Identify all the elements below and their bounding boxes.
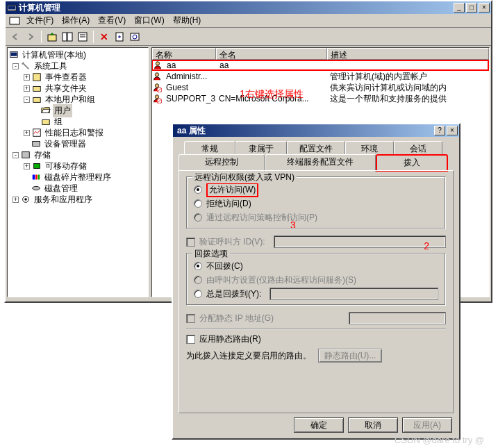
user-icon: [152, 72, 162, 81]
removable-icon: [32, 161, 42, 171]
staticip-input: [349, 312, 446, 324]
svg-rect-13: [11, 53, 17, 56]
radio-always-label: 总是回拨到(Y):: [206, 288, 261, 300]
eventviewer-icon: [32, 72, 42, 82]
divider: [186, 328, 446, 329]
users-icon: [32, 94, 42, 104]
up-button[interactable]: [45, 30, 59, 44]
menubar: 文件(F) 操作(A) 查看(V) 窗口(W) 帮助(H): [6, 14, 491, 28]
verify-input: [274, 235, 446, 248]
svg-rect-16: [33, 97, 41, 102]
menu-action[interactable]: 操作(A): [58, 13, 94, 28]
tree-pane[interactable]: 计算机管理(本地) -系统工具 +事件查看器 +共享文件夹 -本地用户和组 用户…: [7, 47, 149, 297]
defrag-icon: [31, 172, 41, 182]
svg-point-25: [33, 186, 40, 190]
diskmgr-icon: [31, 183, 41, 193]
tab-tsprofile[interactable]: 终端服务配置文件: [265, 154, 376, 172]
apply-button: 应用(A): [402, 417, 452, 433]
tab-remotecontrol[interactable]: 远程控制: [179, 154, 265, 172]
list-header: 名称 全名 描述: [152, 48, 489, 60]
devmgr-icon: [31, 139, 41, 149]
check-staticip: [186, 314, 195, 323]
export-button[interactable]: [113, 30, 126, 44]
forward-button[interactable]: [24, 30, 38, 44]
dialog-titlebar[interactable]: aa 属性 ? ×: [173, 124, 459, 137]
radio-callerset: [194, 276, 202, 284]
svg-rect-20: [22, 152, 30, 158]
maximize-button[interactable]: □: [466, 3, 477, 13]
close-button[interactable]: ×: [479, 3, 490, 13]
menu-view[interactable]: 查看(V): [94, 13, 130, 28]
window-controls: _ □ ×: [454, 3, 490, 13]
svg-rect-5: [67, 33, 72, 41]
mmc-icon: [9, 15, 20, 26]
svg-rect-21: [34, 164, 40, 169]
radio-allow[interactable]: [194, 185, 202, 194]
help-button[interactable]: ?: [434, 126, 445, 135]
radio-deny-row[interactable]: 拒绝访问(D): [194, 197, 438, 210]
group-callback: 回拨选项 不回拨(C) 由呼叫方设置(仅路由和远程访问服务)(S) 总是回拨到(…: [186, 253, 446, 306]
radio-callerset-row[interactable]: 由呼叫方设置(仅路由和远程访问服务)(S): [194, 273, 438, 287]
tree-users[interactable]: 用户: [8, 105, 148, 116]
radio-policy-row[interactable]: 通过远程访问策略控制访问(P): [194, 210, 438, 224]
col-desc[interactable]: 描述: [327, 48, 489, 60]
check-verify-label: 验证呼叫方 ID(V):: [199, 236, 265, 248]
separator: [93, 31, 94, 43]
radio-nocallback-row[interactable]: 不回拨(C): [194, 259, 438, 273]
minimize-button[interactable]: _: [454, 3, 465, 13]
menu-help[interactable]: 帮助(H): [169, 13, 206, 28]
svg-rect-14: [33, 74, 41, 81]
col-name[interactable]: 名称: [152, 48, 216, 60]
tree-services[interactable]: +服务和应用程序: [8, 194, 148, 205]
user-disabled-icon: [152, 94, 162, 103]
svg-rect-1: [8, 6, 16, 9]
delete-button[interactable]: ✕: [97, 30, 111, 44]
radio-nocallback[interactable]: [194, 262, 202, 270]
services-icon: [21, 194, 31, 204]
svg-rect-23: [35, 175, 38, 180]
list-row[interactable]: SUPPORT_3... CN=Microsoft Corpora... 这是一…: [152, 93, 489, 104]
group-remote-access: 远程访问权限(拨入或 VPN) 允许访问(W) 拒绝访问(D) 通过远程访问策略…: [186, 176, 446, 229]
user-icon: [153, 60, 163, 70]
radio-deny[interactable]: [194, 199, 202, 208]
svg-rect-3: [48, 35, 56, 41]
titlebar[interactable]: 计算机管理 _ □ ×: [6, 1, 491, 14]
radio-always[interactable]: [194, 290, 202, 298]
shared-icon: [32, 83, 42, 93]
radio-always-row[interactable]: 总是回拨到(Y):: [194, 287, 438, 301]
dialog-close-button[interactable]: ×: [447, 126, 458, 135]
properties-button[interactable]: [76, 30, 90, 44]
tree-devmgr[interactable]: 设备管理器: [8, 138, 148, 149]
tree-localusers[interactable]: -本地用户和组: [8, 94, 148, 105]
group-legend: 远程访问权限(拨入或 VPN): [192, 172, 297, 183]
svg-point-29: [155, 73, 158, 76]
static-routes-button: 静态路由(U)...: [318, 349, 382, 363]
tab-dialin[interactable]: 拨入: [376, 154, 448, 172]
refresh-button[interactable]: [128, 30, 142, 44]
storage-icon: [21, 150, 31, 160]
properties-dialog: aa 属性 ? × 常规 隶属于 配置文件 环境 会话 远程控制 终端服务配置文…: [172, 123, 460, 440]
staticroute-row[interactable]: 应用静态路由(R): [186, 332, 446, 346]
verify-caller-row[interactable]: 验证呼叫方 ID(V):: [186, 235, 446, 249]
tree-root[interactable]: 计算机管理(本地): [8, 49, 148, 60]
ok-button[interactable]: 确定: [294, 417, 344, 433]
menu-file[interactable]: 文件(F): [22, 13, 58, 28]
radio-allow-label: 允许访问(W): [206, 183, 258, 197]
check-staticroute-label: 应用静态路由(R): [199, 333, 261, 345]
show-hide-button[interactable]: [60, 30, 74, 44]
back-button[interactable]: [8, 30, 22, 44]
list-row[interactable]: aa aa: [151, 60, 489, 71]
col-fullname[interactable]: 全名: [216, 48, 327, 60]
computer-icon: [9, 50, 19, 60]
check-staticroute[interactable]: [186, 335, 195, 344]
list-row[interactable]: Administr... 管理计算机(域)的内置帐户: [152, 71, 489, 82]
staticip-row[interactable]: 分配静态 IP 地址(G): [186, 311, 446, 325]
folder-open-icon: [41, 106, 51, 115]
radio-allow-row[interactable]: 允许访问(W): [194, 183, 438, 197]
check-verify: [186, 238, 195, 247]
cancel-button[interactable]: 取消: [348, 417, 398, 433]
tab-area: 常规 隶属于 配置文件 环境 会话 远程控制 终端服务配置文件 拨入 2 3 远…: [173, 137, 459, 413]
group-callback-legend: 回拨选项: [192, 248, 230, 260]
menu-window[interactable]: 窗口(W): [130, 13, 168, 28]
list-row[interactable]: Guest 供来宾访问计算机或访问域的内: [152, 82, 489, 93]
